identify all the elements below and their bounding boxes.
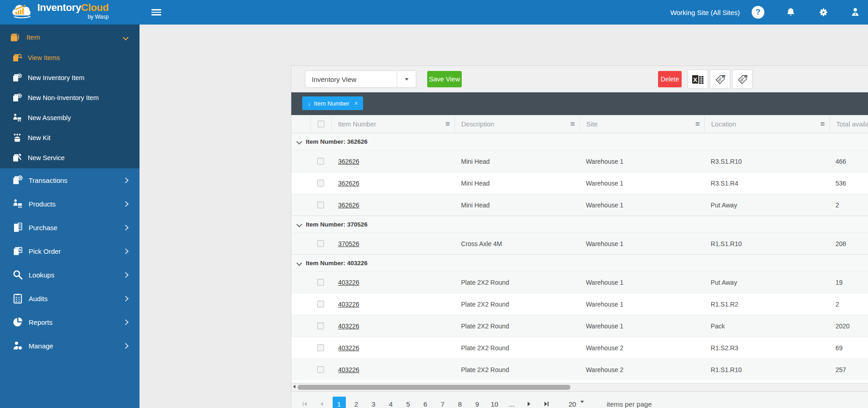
collapse-group-icon[interactable] [296,222,302,227]
row-checkbox[interactable] [317,301,324,307]
row-checkbox[interactable] [317,366,324,373]
table-row[interactable]: 403226Plate 2X2 RoundWarehouse 1Put Away… [291,271,868,293]
page-button-5[interactable]: 5 [399,392,417,408]
group-by-chip-item-number[interactable]: ↓ Item Number × [302,96,363,110]
last-page-button[interactable] [538,392,555,408]
page-button-6[interactable]: 6 [417,392,434,408]
dropdown-arrow-icon[interactable] [397,71,416,87]
sidebar-item-new-assembly[interactable]: New Assembly [0,108,140,128]
sidebar-item-audits[interactable]: Audits [0,287,140,310]
sidebar-item-new-service[interactable]: New Service [0,148,140,168]
group-header-row[interactable]: Item Number: 362626 [291,133,868,150]
menu-toggle-icon[interactable] [151,9,161,15]
sort-descending-icon[interactable]: ↓ [308,100,311,107]
more-pages-button[interactable]: ... [503,392,520,408]
save-view-button[interactable]: Save View [427,71,462,87]
item-number-link[interactable]: 403226 [338,366,359,373]
table-row[interactable]: 362626Mini HeadWarehouse 1R3.S1.R1046675… [291,150,868,172]
first-page-button[interactable] [296,392,313,408]
settings-gear-icon[interactable] [818,7,829,18]
column-header-description[interactable]: Description≡ [454,115,579,133]
table-row[interactable]: 403226Plate 2X2 RoundWarehouse 1R1.S1.R2… [291,293,868,315]
page-number: 6 [424,400,427,408]
row-checkbox[interactable] [317,180,324,186]
row-gutter-cell [291,315,310,337]
group-header-row[interactable]: Item Number: 403226 [291,254,868,271]
sidebar-item-new-non-inventory-item[interactable]: New Non-Inventory Item [0,88,140,108]
horizontal-scrollbar[interactable] [291,383,868,391]
table-row[interactable]: 362626Mini HeadWarehouse 1Put Away2750 [291,194,868,216]
row-checkbox[interactable] [317,201,324,208]
table-row[interactable]: 362626Mini HeadWarehouse 1R3.S1.R4536750 [291,172,868,194]
sidebar-group-item[interactable]: Item [0,29,140,45]
sidebar-item-lookups[interactable]: Lookups [0,263,140,287]
sidebar-item-purchase[interactable]: Purchase [0,216,140,239]
page-button-1[interactable]: 1 [330,392,348,408]
print-item-labels-button[interactable] [710,70,730,89]
sidebar-item-manage[interactable]: Manage [0,334,140,358]
row-checkbox[interactable] [317,322,324,329]
collapse-group-icon[interactable] [296,260,302,266]
delete-button[interactable]: Delete [658,71,682,87]
scroll-left-icon[interactable] [293,385,295,388]
column-menu-icon[interactable]: ≡ [445,120,450,128]
table-row[interactable]: 403226Plate 2X2 RoundWarehouse 2R1.S1.R1… [291,358,868,380]
sidebar-item-new-kit[interactable]: New Kit [0,128,140,148]
sidebar-item-view-items[interactable]: View Items [0,48,140,68]
column-header-total-available[interactable]: Total available≡ [829,115,868,133]
group-header-row[interactable]: Item Number: 370526 [291,216,868,232]
remove-group-icon[interactable]: × [354,100,358,107]
table-row[interactable]: 403226Plate 2X2 RoundWarehouse 1Pack2020… [291,315,868,337]
item-number-link[interactable]: 403226 [338,344,359,352]
item-number-link[interactable]: 403226 [338,322,359,330]
table-row[interactable]: 403226Plate 2X2 RoundWarehouse 2R1.S2.R3… [291,337,868,358]
page-button-10[interactable]: 10 [486,392,503,408]
sidebar-item-transactions[interactable]: Transactions [0,168,140,192]
horizontal-scroll-thumb[interactable] [298,385,570,390]
view-select-dropdown[interactable]: Inventory View [305,71,416,88]
sidebar-item-new-inventory-item[interactable]: New Inventory Item [0,68,140,88]
collapse-group-icon[interactable] [296,139,302,145]
app-logo[interactable]: InventoryCloud by Wasp [11,3,109,21]
next-page-button[interactable] [520,392,538,408]
page-button-4[interactable]: 4 [382,392,399,408]
table-row[interactable]: 370526Cross Axle 4MWarehouse 1R1.S1.R102… [291,232,868,254]
column-menu-icon[interactable]: ≡ [820,120,825,128]
item-number-link[interactable]: 362626 [338,180,359,187]
row-checkbox[interactable] [317,344,324,351]
page-size-dropdown[interactable]: 20 [569,392,584,408]
print-location-labels-button[interactable] [732,70,753,89]
item-number-link[interactable]: 362626 [338,158,359,165]
notifications-bell-icon[interactable] [785,7,796,18]
page-button-9[interactable]: 9 [469,392,486,408]
column-menu-icon[interactable]: ≡ [695,120,700,128]
row-select-cell [310,233,331,254]
page-button-2[interactable]: 2 [348,392,365,408]
page-button-8[interactable]: 8 [451,392,469,408]
previous-page-button[interactable] [313,392,330,408]
row-checkbox[interactable] [317,158,324,165]
page-number: 8 [458,400,462,408]
help-icon[interactable]: ? [752,6,764,19]
column-header-item-number[interactable]: Item Number≡ [331,115,454,133]
item-number-link[interactable]: 403226 [338,279,359,286]
item-number-link[interactable]: 370526 [338,240,359,247]
sidebar-item-pick-order[interactable]: Pick Order [0,239,140,263]
select-all-checkbox[interactable] [318,121,324,127]
cell-text: Mini Head [461,158,490,165]
item-number-link[interactable]: 403226 [338,301,359,308]
user-account-icon[interactable] [850,6,861,17]
row-checkbox[interactable] [317,279,324,286]
item-number-link[interactable]: 362626 [338,201,359,209]
sidebar-item-reports[interactable]: Reports [0,310,140,334]
column-header-site[interactable]: Site≡ [579,115,704,133]
grid-toolbar: Inventory View Save View Delete X [291,66,868,92]
sidebar-item-products[interactable]: Products [0,192,140,216]
working-site-selector[interactable]: Working Site (All Sites) [670,0,740,25]
column-menu-icon[interactable]: ≡ [570,120,575,128]
page-button-7[interactable]: 7 [434,392,451,408]
page-button-3[interactable]: 3 [365,392,382,408]
row-checkbox[interactable] [317,240,324,247]
column-header-location[interactable]: Location≡ [704,115,829,133]
export-excel-button[interactable]: X [688,70,708,89]
